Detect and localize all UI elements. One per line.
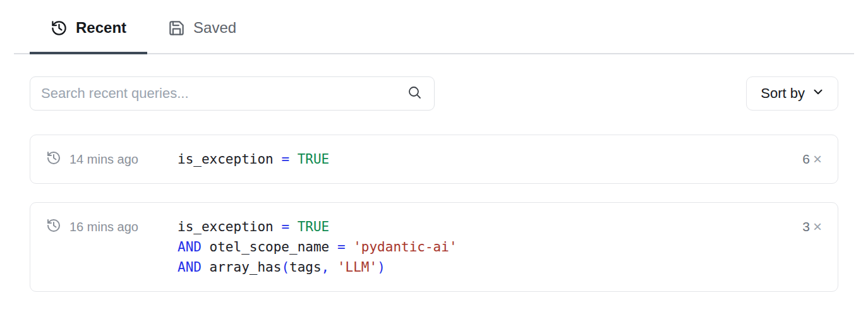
sort-by-button[interactable]: Sort by [746,76,838,111]
history-icon [51,20,68,37]
code-line: is_exception = TRUE [178,217,457,237]
history-icon [46,218,61,236]
recent-queries-panel: Recent Saved [0,0,868,331]
query-count-value: 6 [802,152,810,167]
times-icon: × [813,219,822,234]
chevron-down-icon [811,85,825,102]
query-time: 16 mins ago [69,220,138,234]
tab-label: Saved [193,19,236,37]
query-row[interactable]: 16 mins ago is_exception = TRUEAND otel_… [30,202,838,292]
query-row[interactable]: 14 mins ago is_exception = TRUE 6 × [30,135,838,184]
panel-content: Sort by 14 mins ago is_exception = TRUE [0,76,868,292]
query-use-count: 6 × [802,149,822,169]
search-input[interactable] [30,76,435,111]
query-meta: 16 mins ago [46,217,178,237]
code-line: is_exception = TRUE [178,149,329,169]
code-line: AND otel_scope_name = 'pydantic-ai' [178,237,457,257]
query-code: is_exception = TRUEAND otel_scope_name =… [178,217,457,277]
query-time: 14 mins ago [69,152,138,167]
tab-recent[interactable]: Recent [30,0,147,53]
tab-saved[interactable]: Saved [147,0,257,53]
tab-bar: Recent Saved [14,0,854,54]
sort-by-label: Sort by [761,85,805,102]
controls-row: Sort by [30,76,838,111]
query-list: 14 mins ago is_exception = TRUE 6 × 16 m… [30,135,838,292]
tab-label: Recent [76,19,126,37]
times-icon: × [813,152,822,167]
query-use-count: 3 × [802,217,822,237]
query-code: is_exception = TRUE [178,149,329,169]
search-box [30,76,435,111]
code-line: AND array_has(tags, 'LLM') [178,257,457,277]
query-meta: 14 mins ago [46,149,178,169]
query-count-value: 3 [802,219,810,234]
save-icon [168,20,185,37]
search-icon [407,85,422,102]
history-icon [46,150,61,168]
